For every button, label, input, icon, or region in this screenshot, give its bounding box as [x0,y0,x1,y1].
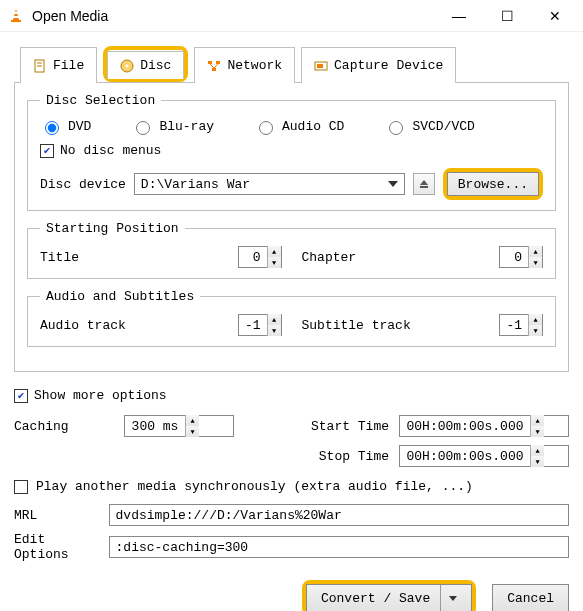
title-spin[interactable]: 0 ▲▼ [238,246,282,268]
audio-track-value: -1 [239,318,267,333]
check-no-menus[interactable]: ✔ No disc menus [40,143,543,158]
radio-bluray[interactable]: Blu-ray [131,118,214,135]
disc-device-combo[interactable]: D:\Varians War [134,173,405,195]
radio-audiocd[interactable]: Audio CD [254,118,344,135]
tab-file-label: File [53,58,84,73]
svg-rect-3 [11,20,21,22]
convert-save-button[interactable]: Convert / Save [306,584,472,611]
stop-time-label: Stop Time [299,449,389,464]
subtitle-track-label: Subtitle track [302,318,411,333]
tab-disc-label: Disc [140,58,171,73]
svg-rect-7 [208,61,212,64]
titlebar: Open Media — ☐ ✕ [0,0,583,32]
caching-spin[interactable]: 300 ms ▲▼ [124,415,234,437]
cancel-label: Cancel [507,591,554,606]
audio-up[interactable]: ▲ [268,314,281,325]
close-button[interactable]: ✕ [535,2,575,30]
disc-device-value: D:\Varians War [141,177,250,192]
check-show-more[interactable]: ✔ Show more options [14,388,569,403]
caching-label: Caching [14,419,114,434]
radio-bluray-label: Blu-ray [159,119,214,134]
convert-save-caret[interactable] [440,585,457,611]
stop-time-spin[interactable]: 00H:00m:00s.000 ▲▼ [399,445,569,467]
highlight-disc-tab: Disc [103,46,188,82]
minimize-button[interactable]: — [439,2,479,30]
chapter-up[interactable]: ▲ [529,246,542,257]
file-icon [33,59,47,73]
sub-down[interactable]: ▼ [529,325,542,336]
caching-up[interactable]: ▲ [186,415,199,426]
audio-track-spin[interactable]: -1 ▲▼ [238,314,282,336]
svg-rect-13 [317,64,323,68]
tab-network[interactable]: Network [194,47,295,83]
svg-marker-14 [420,180,428,185]
capture-icon [314,59,328,73]
start-time-label: Start Time [299,419,389,434]
audio-subtitles-legend: Audio and Subtitles [40,289,200,304]
radio-svcd[interactable]: SVCD/VCD [384,118,474,135]
svg-line-10 [210,64,214,68]
start-time-spin[interactable]: 00H:00m:00s.000 ▲▼ [399,415,569,437]
radio-dvd[interactable]: DVD [40,118,91,135]
stop-time-value: 00H:00m:00s.000 [400,449,530,464]
tab-capture[interactable]: Capture Device [301,47,456,83]
subtitle-track-value: -1 [500,318,528,333]
highlight-convert: Convert / Save [302,580,476,611]
title-down[interactable]: ▼ [268,257,281,268]
edit-options-label: Edit Options [14,532,97,562]
mrl-label: MRL [14,508,97,523]
starting-position-group: Starting Position Title 0 ▲▼ Chapter 0 ▲… [27,221,556,279]
check-no-menus-box[interactable]: ✔ [40,144,54,158]
chapter-label: Chapter [302,250,357,265]
tab-disc[interactable]: Disc [107,51,184,79]
svg-rect-15 [420,186,428,188]
svg-point-6 [126,64,129,67]
check-sync-box[interactable] [14,480,28,494]
radio-audiocd-input[interactable] [259,121,273,135]
radio-audiocd-label: Audio CD [282,119,344,134]
chapter-spin[interactable]: 0 ▲▼ [499,246,543,268]
radio-bluray-input[interactable] [136,121,150,135]
browse-label: Browse... [458,177,528,192]
sub-up[interactable]: ▲ [529,314,542,325]
svg-rect-9 [212,68,216,71]
audio-subtitles-group: Audio and Subtitles Audio track -1 ▲▼ Su… [27,289,556,347]
audio-track-label: Audio track [40,318,126,333]
edit-options-input[interactable] [109,536,569,558]
start-time-value: 00H:00m:00s.000 [400,419,530,434]
radio-svcd-input[interactable] [389,121,403,135]
browse-button[interactable]: Browse... [447,172,539,196]
mrl-input[interactable] [109,504,569,526]
audio-down[interactable]: ▼ [268,325,281,336]
svg-line-11 [214,64,218,68]
radio-dvd-input[interactable] [45,121,59,135]
caching-down[interactable]: ▼ [186,426,199,437]
chapter-down[interactable]: ▼ [529,257,542,268]
subtitle-track-spin[interactable]: -1 ▲▼ [499,314,543,336]
stop-up[interactable]: ▲ [531,445,544,456]
radio-dvd-label: DVD [68,119,91,134]
maximize-button[interactable]: ☐ [487,2,527,30]
disc-selection-legend: Disc Selection [40,93,161,108]
eject-button[interactable] [413,173,435,195]
disc-device-label: Disc device [40,177,126,192]
title-value: 0 [239,250,267,265]
check-show-more-box[interactable]: ✔ [14,389,28,403]
starting-position-legend: Starting Position [40,221,185,236]
caching-value: 300 ms [125,419,185,434]
tab-bar: File Disc Network Capture Device [14,46,569,83]
tab-network-label: Network [227,58,282,73]
radio-svcd-label: SVCD/VCD [412,119,474,134]
chapter-value: 0 [500,250,528,265]
start-up[interactable]: ▲ [531,415,544,426]
tab-file[interactable]: File [20,47,97,83]
svg-rect-8 [216,61,220,64]
disc-icon [120,59,134,73]
title-label: Title [40,250,79,265]
cancel-button[interactable]: Cancel [492,584,569,611]
eject-icon [419,179,429,189]
start-down[interactable]: ▼ [531,426,544,437]
title-up[interactable]: ▲ [268,246,281,257]
check-no-menus-label: No disc menus [60,143,161,158]
stop-down[interactable]: ▼ [531,456,544,467]
